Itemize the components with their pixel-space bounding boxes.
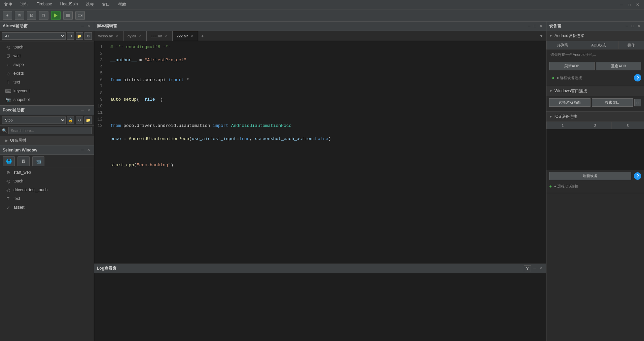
list-item-wait[interactable]: ⏱ wait: [0, 52, 94, 60]
android-reset-adb-button[interactable]: 重启ADB: [596, 62, 641, 70]
swipe-icon: ↔: [5, 62, 11, 67]
text-label: text: [13, 80, 20, 84]
android-refresh-adb-button[interactable]: 刷新ADB: [549, 62, 595, 70]
log-filter-button[interactable]: Y: [524, 265, 531, 272]
selenium-item-start-web[interactable]: ⊕ start_web: [0, 168, 94, 177]
ios-device-table: 1 2 3: [546, 122, 644, 129]
exists-icon: ◇: [5, 71, 11, 76]
selenium-globe-button[interactable]: 🌐: [3, 156, 15, 166]
windows-game-button[interactable]: 选择游戏画面: [549, 98, 591, 107]
tab-dy[interactable]: dy.air ✕: [123, 31, 147, 41]
editor-title: 脚本编辑窗: [97, 23, 117, 29]
airtest-close-icon[interactable]: ✕: [86, 24, 91, 29]
record-button[interactable]: [75, 11, 85, 20]
list-item-touch[interactable]: ◎ touch: [0, 43, 94, 52]
menu-options[interactable]: 选项: [84, 1, 95, 8]
device-close-icon[interactable]: ✕: [636, 24, 641, 29]
selenium-item-driver-touch[interactable]: ◎ driver.airtest_touch: [0, 185, 94, 194]
editor-header: 脚本编辑窗 ─ □ ✕: [94, 22, 546, 31]
menu-file[interactable]: 文件: [3, 1, 13, 8]
menu-help[interactable]: 帮助: [117, 1, 128, 8]
list-item-swipe[interactable]: ↔ swipe: [0, 60, 94, 69]
android-help-button[interactable]: ?: [634, 74, 641, 81]
log-minimize-icon[interactable]: ─: [532, 266, 537, 271]
poco-folder-icon[interactable]: 📁: [84, 116, 92, 124]
selenium-minimize-icon[interactable]: ─: [80, 147, 85, 152]
windows-search-button[interactable]: 搜索窗口: [592, 98, 633, 107]
maximize-icon[interactable]: □: [626, 2, 633, 8]
poco-lock-icon[interactable]: 🔒: [67, 116, 74, 124]
menu-headspin[interactable]: HeadSpin: [59, 1, 79, 8]
log-close-icon[interactable]: ✕: [538, 266, 543, 271]
airtest-refresh-icon[interactable]: ↺: [67, 32, 74, 40]
ios-remote-dot-icon: ●: [549, 183, 552, 189]
device-panel-header: 设备窗 ─ □ ✕: [546, 22, 644, 31]
ios-refresh-button[interactable]: 刷新设备: [549, 172, 631, 180]
tab-menu-button[interactable]: ▼: [537, 32, 546, 40]
save-button[interactable]: [27, 11, 36, 20]
selenium-touch-label: touch: [13, 179, 23, 183]
tab-111-close[interactable]: ✕: [164, 34, 168, 38]
menu-window[interactable]: 窗口: [101, 1, 111, 8]
device-maximize-icon[interactable]: □: [631, 24, 635, 29]
list-item-snapshot[interactable]: 📷 snapshot: [0, 95, 94, 104]
editor-close-icon[interactable]: ✕: [538, 24, 543, 29]
menu-run[interactable]: 运行: [19, 1, 30, 8]
airtest-minimize-icon[interactable]: ─: [80, 24, 85, 29]
save-as-button[interactable]: [39, 11, 48, 20]
stop-button[interactable]: [63, 11, 73, 20]
selenium-item-touch[interactable]: ◎ touch: [0, 177, 94, 185]
open-file-button[interactable]: [15, 11, 24, 20]
new-file-button[interactable]: +: [3, 11, 12, 20]
tab-111[interactable]: 111.air ✕: [147, 31, 173, 41]
selenium-panel-icons: ─ ✕: [80, 147, 91, 152]
ios-col-3: 3: [611, 122, 644, 129]
selenium-close-icon[interactable]: ✕: [86, 147, 91, 152]
ios-collapse-icon[interactable]: ▼: [549, 115, 552, 118]
poco-close-icon[interactable]: ✕: [86, 108, 91, 113]
selenium-monitor-button[interactable]: 🖥: [17, 156, 30, 166]
poco-tree-label: UI布局树: [10, 138, 26, 143]
poco-search-icon: 🔍: [2, 128, 7, 133]
airtest-settings-icon[interactable]: ⚙: [84, 32, 92, 40]
poco-filter-row: Stop 🔒 ↺ 📁: [0, 115, 94, 126]
selenium-item-assert[interactable]: ✓ assert: [0, 203, 94, 212]
run-button[interactable]: [51, 11, 61, 20]
script-editor: 脚本编辑窗 ─ □ ✕ weibo.air ✕ dy.air ✕ 11: [94, 22, 546, 264]
minimize-icon[interactable]: ─: [618, 2, 625, 8]
tab-222-close[interactable]: ✕: [190, 34, 194, 38]
svg-marker-6: [54, 13, 58, 18]
editor-minimize-icon[interactable]: ─: [527, 24, 532, 29]
windows-mini-button[interactable]: □: [634, 99, 641, 106]
poco-mode-select[interactable]: Stop: [2, 116, 66, 124]
tab-dy-close[interactable]: ✕: [138, 34, 142, 38]
tab-add-button[interactable]: +: [198, 32, 206, 40]
editor-maximize-icon[interactable]: □: [533, 24, 537, 29]
android-remote-dot-icon: ●: [552, 75, 554, 80]
list-item-exists[interactable]: ◇ exists: [0, 69, 94, 78]
touch-icon: ◎: [5, 44, 11, 50]
code-content[interactable]: # -*- encoding=utf8 -*- __author__ = "Ai…: [106, 41, 546, 264]
ios-help-button[interactable]: ?: [634, 172, 641, 180]
list-item-keyevent[interactable]: ⌨ keyevent: [0, 87, 94, 95]
poco-tree-ui-item[interactable]: ▶ UI布局树: [0, 136, 94, 145]
tab-weibo[interactable]: weibo.air ✕: [94, 31, 123, 41]
poco-search-input[interactable]: [8, 127, 92, 134]
windows-collapse-icon[interactable]: ▼: [549, 89, 552, 93]
menu-firebase[interactable]: Firebase: [35, 1, 53, 8]
android-collapse-icon[interactable]: ▼: [549, 34, 552, 38]
tab-222-label: 222.air: [177, 34, 188, 38]
airtest-folder-icon[interactable]: 📁: [76, 32, 83, 40]
code-editor-area[interactable]: 12345 678910 111213 # -*- encoding=utf8 …: [94, 41, 546, 264]
tab-222[interactable]: 222.air ✕: [173, 31, 199, 41]
menu-bar-left: 文件 运行 Firebase HeadSpin 选项 窗口 帮助: [3, 1, 128, 8]
tab-weibo-close[interactable]: ✕: [115, 34, 119, 38]
selenium-camera-button[interactable]: 📹: [32, 156, 44, 166]
selenium-item-text[interactable]: T text: [0, 194, 94, 203]
poco-refresh-icon[interactable]: ↺: [76, 116, 83, 124]
device-minimize-icon[interactable]: ─: [625, 24, 630, 29]
poco-minimize-icon[interactable]: ─: [80, 108, 85, 113]
list-item-text-airtest[interactable]: T text: [0, 78, 94, 87]
close-icon[interactable]: ✕: [634, 2, 641, 8]
airtest-filter-select[interactable]: All: [2, 32, 66, 40]
